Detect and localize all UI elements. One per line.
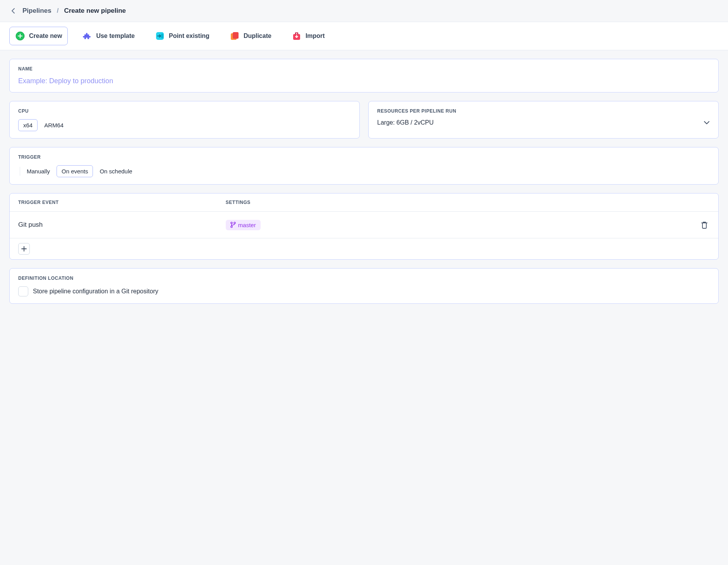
- definition-label: DEFINITION LOCATION: [18, 276, 710, 281]
- chevron-down-icon: [704, 121, 710, 125]
- chevron-left-icon: [11, 8, 15, 14]
- delete-event-button[interactable]: [699, 219, 710, 230]
- back-button[interactable]: [9, 7, 17, 15]
- duplicate-icon: [230, 31, 240, 41]
- breadcrumb-separator: /: [57, 7, 59, 15]
- tab-create-new[interactable]: Create new: [9, 27, 68, 45]
- definition-checkbox[interactable]: [18, 286, 28, 296]
- cpu-option-x64[interactable]: x64: [18, 119, 38, 131]
- name-input[interactable]: [18, 77, 710, 85]
- definition-checkbox-label: Store pipeline configuration in a Git re…: [33, 288, 158, 295]
- events-card: TRIGGER EVENT SETTINGS Git push master: [9, 193, 719, 260]
- name-label: NAME: [18, 66, 710, 72]
- svg-point-7: [234, 222, 235, 224]
- header-trigger-event: TRIGGER EVENT: [18, 200, 226, 205]
- git-branch-icon: [230, 222, 236, 228]
- trigger-card: TRIGGER Manually On events On schedule: [9, 147, 719, 185]
- import-icon: [292, 31, 302, 41]
- event-row[interactable]: Git push master: [10, 212, 718, 238]
- cpu-label: CPU: [18, 108, 351, 114]
- page-header: Pipelines / Create new pipeline: [0, 0, 728, 22]
- trigger-option-on-events[interactable]: On events: [57, 165, 93, 177]
- definition-card: DEFINITION LOCATION Store pipeline confi…: [9, 268, 719, 304]
- add-event-row: [10, 238, 718, 259]
- svg-point-8: [231, 226, 232, 228]
- svg-rect-4: [233, 32, 239, 39]
- resources-label: RESOURCES PER PIPELINE RUN: [377, 108, 710, 114]
- add-event-button[interactable]: [18, 243, 30, 255]
- tab-import[interactable]: Import: [286, 27, 331, 45]
- tab-duplicate[interactable]: Duplicate: [224, 27, 277, 45]
- trigger-options: Manually On events On schedule: [18, 165, 710, 177]
- tab-label: Point existing: [169, 33, 209, 39]
- header-settings: SETTINGS: [226, 200, 710, 205]
- trigger-option-on-schedule[interactable]: On schedule: [94, 165, 137, 177]
- svg-rect-2: [161, 34, 163, 38]
- tab-point-existing[interactable]: Point existing: [149, 27, 215, 45]
- arrow-into-box-icon: [155, 31, 165, 41]
- svg-point-6: [231, 222, 232, 224]
- breadcrumb: Pipelines / Create new pipeline: [22, 7, 126, 15]
- trash-icon: [701, 221, 708, 229]
- definition-checkbox-row: Store pipeline configuration in a Git re…: [18, 286, 710, 296]
- breadcrumb-root[interactable]: Pipelines: [22, 7, 52, 15]
- event-name: Git push: [18, 221, 226, 229]
- tab-label: Import: [306, 33, 325, 39]
- resources-dropdown[interactable]: Large: 6GB / 2vCPU: [377, 119, 710, 126]
- events-header: TRIGGER EVENT SETTINGS: [10, 193, 718, 212]
- resources-value: Large: 6GB / 2vCPU: [377, 119, 434, 126]
- content-area: NAME CPU x64 ARM64 RESOURCES PER PIPELIN…: [0, 50, 728, 312]
- cpu-options: x64 ARM64: [18, 119, 351, 131]
- cpu-option-arm64[interactable]: ARM64: [39, 119, 69, 131]
- name-card: NAME: [9, 59, 719, 92]
- branch-pill[interactable]: master: [226, 220, 261, 230]
- tab-label: Create new: [29, 33, 62, 39]
- resources-card: RESOURCES PER PIPELINE RUN Large: 6GB / …: [368, 101, 719, 139]
- branch-name: master: [238, 222, 256, 228]
- trigger-label: TRIGGER: [18, 154, 710, 160]
- puzzle-icon: [82, 31, 92, 41]
- plus-circle-icon: [15, 31, 25, 41]
- trigger-option-manually[interactable]: Manually: [22, 165, 55, 177]
- tab-label: Use template: [96, 33, 135, 39]
- cpu-card: CPU x64 ARM64: [9, 101, 360, 139]
- plus-icon: [21, 246, 27, 252]
- breadcrumb-current: Create new pipeline: [64, 7, 126, 15]
- tab-label: Duplicate: [244, 33, 271, 39]
- divider: [20, 167, 20, 176]
- tabs-bar: Create new Use template Point existing D…: [0, 22, 728, 50]
- tab-use-template[interactable]: Use template: [76, 27, 141, 45]
